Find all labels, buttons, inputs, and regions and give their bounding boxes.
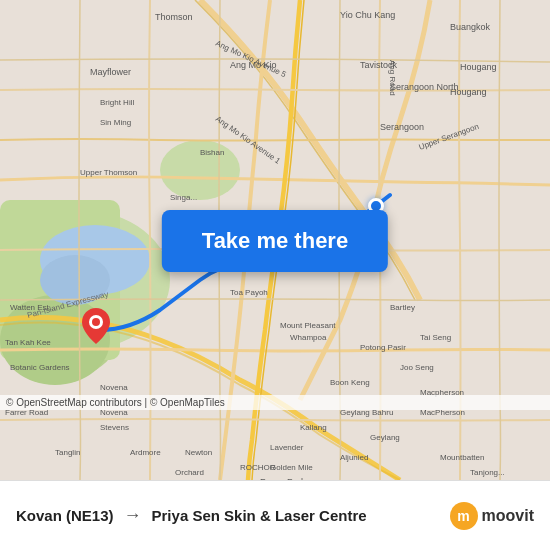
svg-text:Watten Est...: Watten Est... [10,303,56,312]
svg-text:Kallang: Kallang [300,423,327,432]
svg-text:Buangkok: Buangkok [450,22,491,32]
svg-text:Mountbatten: Mountbatten [440,453,484,462]
destination-pin [82,308,110,348]
svg-text:Joo Seng: Joo Seng [400,363,434,372]
copyright-bar: © OpenStreetMap contributors | © OpenMap… [0,395,550,410]
svg-text:Lavender: Lavender [270,443,304,452]
svg-text:Novena: Novena [100,383,128,392]
svg-text:Tanglin: Tanglin [55,448,80,457]
svg-text:Orchard: Orchard [175,468,204,477]
svg-text:Bright Hill: Bright Hill [100,98,134,107]
moovit-icon: m [450,502,478,530]
svg-text:Ang Mo Kio: Ang Mo Kio [230,60,277,70]
bottom-bar: Kovan (NE13) → Priya Sen Skin & Laser Ce… [0,480,550,550]
destination-label: Priya Sen Skin & Laser Centre [152,507,367,524]
arrow-icon: → [124,505,142,526]
moovit-logo: m moovit [450,502,534,530]
svg-point-64 [92,318,100,326]
svg-text:Golden Mile: Golden Mile [270,463,313,472]
svg-text:Tan Kah Kee: Tan Kah Kee [5,338,51,347]
svg-text:Newton: Newton [185,448,212,457]
svg-text:Mount Pleasant: Mount Pleasant [280,321,336,330]
svg-text:Serangoon: Serangoon [380,122,424,132]
svg-text:Yio Chu Kang: Yio Chu Kang [340,10,395,20]
svg-text:Singa...: Singa... [170,193,197,202]
svg-text:Stevens: Stevens [100,423,129,432]
svg-text:Tanjong...: Tanjong... [470,468,505,477]
svg-text:Tavistock: Tavistock [360,60,398,70]
map-container: Pan-Island Expressway Ang Mo Kio Avenue … [0,0,550,480]
svg-text:Aljunied: Aljunied [340,453,368,462]
svg-text:Ardmore: Ardmore [130,448,161,457]
svg-text:Mayflower: Mayflower [90,67,131,77]
svg-text:Hougang: Hougang [460,62,497,72]
svg-text:Bartley: Bartley [390,303,415,312]
origin-label: Kovan (NE13) [16,507,114,524]
copyright-text: © OpenStreetMap contributors | © OpenMap… [6,397,225,408]
svg-text:Toa Payoh: Toa Payoh [230,288,268,297]
svg-text:Bishan: Bishan [200,148,224,157]
svg-text:Serangoon North: Serangoon North [390,82,459,92]
svg-text:Whampoa: Whampoa [290,333,327,342]
svg-text:Botanic Gardens: Botanic Gardens [10,363,70,372]
svg-text:Sin Ming: Sin Ming [100,118,131,127]
svg-text:Boon Keng: Boon Keng [330,378,370,387]
svg-text:Geylang: Geylang [370,433,400,442]
svg-text:Potong Pasir: Potong Pasir [360,343,406,352]
take-me-there-button[interactable]: Take me there [162,210,388,272]
moovit-text: moovit [482,507,534,525]
svg-text:Tai Seng: Tai Seng [420,333,451,342]
svg-text:Thomson: Thomson [155,12,193,22]
svg-text:Upper Thomson: Upper Thomson [80,168,137,177]
